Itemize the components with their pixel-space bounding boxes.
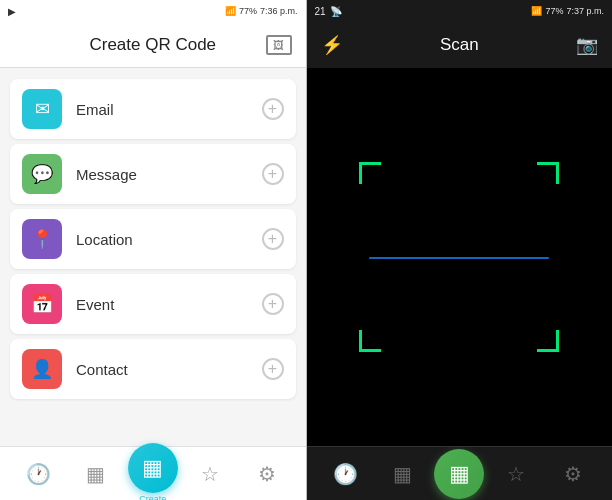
corner-top-right (537, 162, 559, 184)
back-icon[interactable]: ⚡ (321, 34, 343, 56)
add-email-icon[interactable]: + (262, 98, 284, 120)
scan-qr-icon: ▦ (449, 461, 470, 487)
camera-icon[interactable]: 📷 (576, 34, 598, 56)
event-icon-box: 📅 (22, 284, 62, 324)
star-icon-left: ☆ (201, 462, 219, 486)
status-bar-left: ▶ 📶 77% 7:36 p.m. (0, 0, 306, 22)
left-header: Create QR Code 🖼 (0, 22, 306, 68)
notification-icon: ▶ (8, 6, 16, 17)
email-label: Email (76, 101, 114, 118)
viewfinder (359, 162, 559, 352)
corner-bottom-right (537, 330, 559, 352)
nav-favorites-left[interactable]: ☆ (181, 462, 238, 486)
settings-icon-right: ⚙ (564, 462, 582, 486)
qrlist-icon-left: ▦ (86, 462, 105, 486)
add-event-icon[interactable]: + (262, 293, 284, 315)
qrlist-icon-right: ▦ (393, 462, 412, 486)
create-button[interactable]: ▦ (128, 443, 178, 493)
nav-create[interactable]: ▦ Create (124, 443, 181, 500)
contact-label: Contact (76, 361, 128, 378)
create-qr-icon: ▦ (142, 455, 163, 481)
status-right-right-icons: 📶 77% 7:37 p.m. (531, 6, 604, 16)
history-icon-right: 🕐 (333, 462, 358, 486)
history-icon-left: 🕐 (26, 462, 51, 486)
right-panel: 21 📡 📶 77% 7:37 p.m. ⚡ Scan 📷 🕐 ▦ (307, 0, 613, 500)
menu-item-email[interactable]: ✉ Email + (10, 79, 296, 139)
app-count-icon: 21 (315, 6, 326, 17)
location-icon-box: 📍 (22, 219, 62, 259)
nav-settings-left[interactable]: ⚙ (238, 462, 295, 486)
cast-icon: 📡 (330, 6, 342, 17)
nav-settings-right[interactable]: ⚙ (545, 462, 602, 486)
status-bar-right: 21 📡 📶 77% 7:37 p.m. (307, 0, 613, 22)
menu-item-event[interactable]: 📅 Event + (10, 274, 296, 334)
event-label: Event (76, 296, 114, 313)
scan-button[interactable]: ▦ (434, 449, 484, 499)
star-icon-right: ☆ (507, 462, 525, 486)
battery-right: 77% (545, 6, 563, 16)
add-sms-icon[interactable]: + (262, 163, 284, 185)
sms-icon-box: 💬 (22, 154, 62, 194)
battery-left: 77% (239, 6, 257, 16)
menu-item-sms[interactable]: 💬 Message + (10, 144, 296, 204)
status-right-left-icons: 21 📡 (315, 6, 342, 17)
bottom-nav-right: 🕐 ▦ ▦ ☆ ⚙ (307, 446, 613, 500)
scan-area (307, 68, 613, 446)
corner-top-left (359, 162, 381, 184)
nav-favorites-right[interactable]: ☆ (488, 462, 545, 486)
nav-qrlist-left[interactable]: ▦ (67, 462, 124, 486)
sms-label: Message (76, 166, 137, 183)
location-label: Location (76, 231, 133, 248)
menu-item-contact[interactable]: 👤 Contact + (10, 339, 296, 399)
right-header: ⚡ Scan 📷 (307, 22, 613, 68)
menu-list: ✉ Email + 💬 Message + 📍 Location + 📅 Eve… (0, 68, 306, 446)
time-right: 7:37 p.m. (566, 6, 604, 16)
status-right-icons: 📶 77% 7:36 p.m. (225, 6, 298, 16)
corner-bottom-left (359, 330, 381, 352)
nav-qrlist-right[interactable]: ▦ (374, 462, 431, 486)
page-title-left: Create QR Code (89, 35, 216, 55)
gallery-icon[interactable]: 🖼 (266, 35, 292, 55)
contact-icon-box: 👤 (22, 349, 62, 389)
nav-scan[interactable]: ▦ (431, 449, 488, 499)
menu-item-location[interactable]: 📍 Location + (10, 209, 296, 269)
settings-icon-left: ⚙ (258, 462, 276, 486)
email-icon-box: ✉ (22, 89, 62, 129)
wifi-icon-right: 📶 (531, 6, 542, 16)
time-left: 7:36 p.m. (260, 6, 298, 16)
nav-history-left[interactable]: 🕐 (10, 462, 67, 486)
bottom-nav-left: 🕐 ▦ ▦ Create ☆ ⚙ (0, 446, 306, 500)
add-location-icon[interactable]: + (262, 228, 284, 250)
left-panel: ▶ 📶 77% 7:36 p.m. Create QR Code 🖼 ✉ Ema… (0, 0, 306, 500)
status-left-icons: ▶ (8, 6, 16, 17)
create-label: Create (139, 494, 166, 500)
page-title-right: Scan (440, 35, 479, 55)
add-contact-icon[interactable]: + (262, 358, 284, 380)
wifi-icon: 📶 (225, 6, 236, 16)
nav-history-right[interactable]: 🕐 (317, 462, 374, 486)
scan-line (369, 257, 549, 259)
